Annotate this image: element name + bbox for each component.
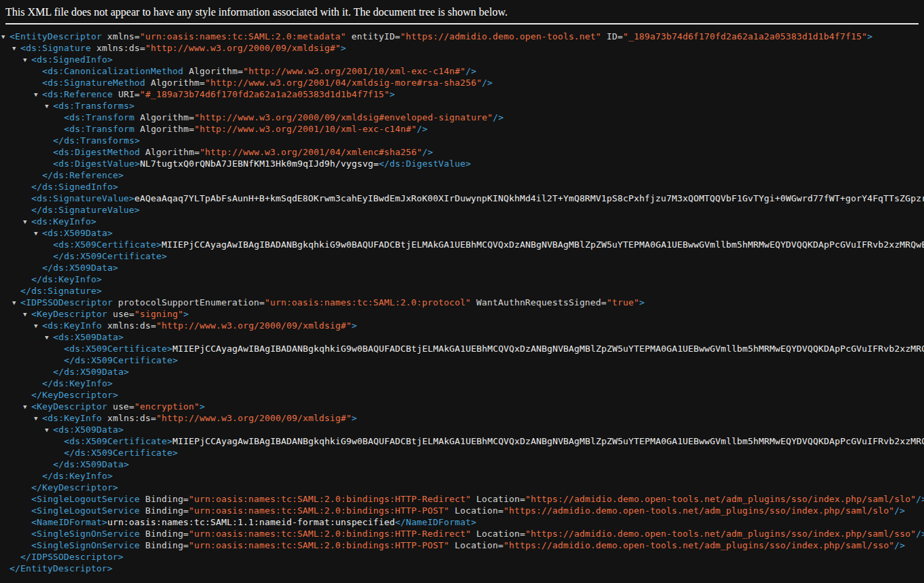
xml-tag: <SingleSignOnService — [31, 540, 140, 550]
xml-tag: /> — [916, 494, 924, 504]
xml-tag: <ds:X509Data> — [42, 228, 113, 238]
xml-line: </KeyDescriptor> — [5, 482, 924, 493]
xml-line: </KeyDescriptor> — [5, 389, 924, 401]
xml-attribute-name: ID= — [601, 31, 623, 41]
xml-attribute-value: "http://www.w3.org/2001/04/xmlenc#sha256… — [199, 147, 422, 157]
xml-attribute-value: "https://admidio.demo.open-tools.net/adm… — [504, 540, 894, 550]
xml-attribute-value: "http://www.w3.org/2001/10/xml-exc-c14n#… — [243, 66, 465, 76]
xml-tag: <ds:Transform — [64, 124, 135, 134]
collapse-toggle-icon[interactable]: ▼ — [12, 43, 20, 54]
xml-attribute-name: xmlns:ds= — [102, 320, 156, 331]
xml-tag: </ds:SignedInfo> — [31, 182, 118, 192]
xml-line: <ds:X509Certificate>MIIEPjCCAyagAwIBAgIB… — [5, 435, 924, 447]
xml-attribute-value: "_189a73b74d6f170fd2a62a1a2a05383d1d1b4f… — [623, 31, 867, 41]
xml-attribute-value: "http://www.w3.org/2000/09/xmldsig#" — [156, 320, 352, 331]
xml-attribute-name: WantAuthnRequestsSigned= — [471, 297, 606, 307]
xml-tag: </KeyDescriptor> — [31, 482, 118, 493]
xml-tag: /> — [894, 540, 905, 550]
xml-tag: > — [639, 297, 644, 307]
xml-tag: /> — [493, 112, 504, 122]
xml-attribute-name: xmlns:ds= — [91, 43, 146, 53]
xml-text-content: eAQeaAqaq7YLTpAbFsAunH+B+kmSqdE8OKrwm3ca… — [135, 193, 924, 203]
xml-tag: </ds:DigestValue> — [379, 159, 472, 169]
xml-line: ▼<ds:KeyInfo> — [5, 216, 924, 227]
xml-tag: <ds:KeyInfo — [42, 413, 102, 423]
xml-tag: </NameIDFormat> — [395, 517, 476, 527]
xml-line: </ds:KeyInfo> — [5, 378, 924, 389]
xml-line: <ds:X509Certificate>MIIEPjCCAyagAwIBAgIB… — [5, 239, 924, 250]
xml-line: ▼<ds:KeyInfo xmlns:ds="http://www.w3.org… — [5, 320, 924, 331]
xml-line: </ds:Transforms> — [5, 135, 924, 146]
xml-tag: <ds:X509Certificate> — [64, 436, 173, 446]
xml-tag: <NameIDFormat> — [31, 517, 108, 527]
xml-attribute-name: Binding= — [140, 529, 189, 539]
xml-attribute-value: "https://admidio.demo.open-tools.net" — [400, 31, 601, 41]
collapse-toggle-icon[interactable]: ▼ — [12, 297, 20, 309]
xml-tag: /> — [417, 124, 428, 134]
collapse-toggle-icon[interactable]: ▼ — [45, 101, 53, 112]
xml-line: ▼<ds:Reference URI="#_189a73b74d6f170fd2… — [5, 88, 924, 100]
xml-attribute-value: "urn:oasis:names:tc:SAML:2.0:protocol" — [265, 297, 471, 307]
xml-attribute-value: "https://admidio.demo.open-tools.net/adm… — [525, 494, 916, 504]
xml-line: ▼<ds:X509Data> — [5, 424, 924, 435]
xml-tag: <SingleSignOnService — [31, 529, 140, 539]
collapse-toggle-icon[interactable]: ▼ — [45, 424, 53, 436]
xml-tag: </ds:Reference> — [42, 170, 124, 180]
collapse-toggle-icon[interactable]: ▼ — [34, 320, 42, 332]
xml-attribute-value: "http://www.w3.org/2001/10/xml-exc-c14n#… — [194, 124, 416, 134]
collapse-toggle-icon[interactable]: ▼ — [23, 309, 31, 320]
collapse-toggle-icon[interactable]: ▼ — [23, 401, 31, 413]
xml-attribute-value: "urn:oasis:names:tc:SAML:2.0:bindings:HT… — [188, 540, 449, 550]
xml-tag: <ds:X509Certificate> — [53, 239, 162, 250]
xml-tag: </ds:KeyInfo> — [31, 274, 102, 284]
collapse-toggle-icon[interactable]: ▼ — [34, 228, 42, 239]
collapse-toggle-icon[interactable]: ▼ — [45, 332, 53, 344]
xml-attribute-value: "urn:oasis:names:tc:SAML:2.0:metadata" — [139, 31, 346, 41]
xml-tag: </ds:X509Data> — [53, 459, 129, 469]
xml-tag: > — [199, 401, 205, 412]
xml-tag: <ds:SignatureMethod — [42, 78, 146, 88]
xml-tag: <ds:Reference — [42, 89, 113, 99]
xml-tag: > — [352, 320, 357, 331]
xml-attribute-value: "http://www.w3.org/2000/09/xmldsig#" — [156, 413, 352, 423]
xml-line: ▼<ds:X509Data> — [5, 331, 924, 343]
xml-text-content: MIIEPjCCAyagAwIBAgIBADANBgkqhkiG9w0BAQUF… — [173, 344, 924, 354]
collapse-toggle-icon[interactable]: ▼ — [1, 31, 10, 43]
xml-line: ▼<IDPSSODescriptor protocolSupportEnumer… — [5, 297, 924, 308]
xml-tag: <EntityDescriptor — [10, 31, 102, 41]
xml-line: </ds:SignedInfo> — [5, 181, 924, 193]
xml-line: </ds:KeyInfo> — [5, 273, 924, 285]
xml-line: <ds:DigestMethod Algorithm="http://www.w… — [5, 146, 924, 158]
xml-attribute-name: Algorithm= — [135, 124, 195, 134]
xml-tag: <ds:DigestMethod — [53, 147, 140, 157]
xml-line: </ds:SignatureValue> — [5, 204, 924, 216]
xml-tag: </IDPSSODescriptor> — [20, 552, 124, 562]
xml-tag: <ds:SignedInfo> — [31, 54, 113, 65]
xml-tag: <ds:X509Data> — [53, 332, 124, 342]
xml-tag: <ds:Transforms> — [53, 101, 135, 111]
xml-tag: /> — [482, 78, 493, 88]
xml-attribute-name: Location= — [449, 505, 504, 516]
xml-text-content: MIIEPjCCAyagAwIBAgIBADANBgkqhkiG9w0BAQUF… — [162, 239, 924, 250]
collapse-toggle-icon[interactable]: ▼ — [34, 413, 42, 424]
xml-line: ▼<EntityDescriptor xmlns="urn:oasis:name… — [5, 31, 924, 42]
xml-tag: <ds:X509Data> — [53, 424, 124, 435]
xml-line: </ds:X509Certificate> — [5, 354, 924, 366]
xml-attribute-name: Algorithm= — [183, 66, 243, 76]
collapse-toggle-icon[interactable]: ▼ — [23, 216, 31, 228]
collapse-toggle-icon[interactable]: ▼ — [23, 54, 31, 66]
xml-tag: <ds:Transform — [64, 112, 135, 122]
collapse-toggle-icon[interactable]: ▼ — [34, 89, 42, 101]
xml-tag: </ds:Signature> — [20, 286, 102, 296]
xml-attribute-name: Algorithm= — [135, 112, 195, 122]
xml-attribute-name: xmlns:ds= — [102, 413, 156, 423]
xml-attribute-value: "true" — [607, 297, 640, 307]
xml-line: </ds:KeyInfo> — [5, 470, 924, 482]
xml-attribute-value: "http://www.w3.org/2001/04/xmldsig-more#… — [205, 78, 482, 88]
xml-attribute-value: "#_189a73b74d6f170fd2a62a1a2a05383d1d1b4… — [140, 89, 390, 99]
xml-tag: </ds:X509Certificate> — [64, 448, 178, 458]
xml-attribute-name: Algorithm= — [146, 78, 205, 88]
xml-attribute-value: "http://www.w3.org/2000/09/xmldsig#" — [145, 43, 340, 53]
xml-line: </ds:X509Data> — [5, 459, 924, 470]
xml-attribute-name: use= — [108, 401, 135, 412]
